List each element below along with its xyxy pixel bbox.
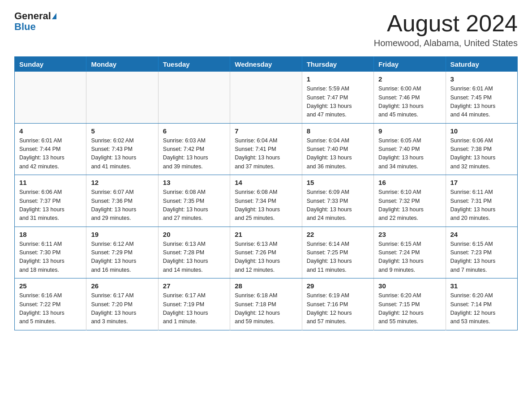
column-header-monday: Monday: [86, 57, 158, 72]
calendar-cell: [230, 72, 302, 123]
calendar-cell: 29Sunrise: 6:19 AM Sunset: 7:16 PM Dayli…: [302, 278, 373, 330]
day-number: 1: [307, 75, 369, 83]
calendar-cell: 6Sunrise: 6:03 AM Sunset: 7:42 PM Daylig…: [158, 123, 230, 175]
day-number: 21: [235, 231, 297, 238]
day-number: 15: [307, 179, 369, 186]
day-number: 9: [378, 127, 441, 135]
day-info: Sunrise: 6:12 AM Sunset: 7:29 PM Dayligh…: [91, 240, 153, 275]
day-number: 24: [450, 231, 513, 238]
logo-blue-text: Blue: [14, 21, 36, 32]
calendar-cell: 17Sunrise: 6:11 AM Sunset: 7:31 PM Dayli…: [446, 175, 517, 227]
day-info: Sunrise: 6:15 AM Sunset: 7:23 PM Dayligh…: [450, 240, 513, 275]
day-number: 4: [19, 127, 82, 135]
day-info: Sunrise: 6:01 AM Sunset: 7:45 PM Dayligh…: [450, 85, 513, 120]
day-number: 14: [235, 179, 297, 186]
day-info: Sunrise: 6:15 AM Sunset: 7:24 PM Dayligh…: [378, 240, 441, 275]
day-info: Sunrise: 6:08 AM Sunset: 7:35 PM Dayligh…: [163, 188, 225, 223]
calendar-week-row: 11Sunrise: 6:06 AM Sunset: 7:37 PM Dayli…: [15, 175, 518, 227]
day-number: 13: [163, 179, 225, 186]
calendar-cell: 22Sunrise: 6:14 AM Sunset: 7:25 PM Dayli…: [302, 227, 373, 278]
column-header-thursday: Thursday: [302, 57, 373, 72]
day-number: 22: [307, 231, 369, 238]
calendar-cell: 23Sunrise: 6:15 AM Sunset: 7:24 PM Dayli…: [374, 227, 446, 278]
day-info: Sunrise: 5:59 AM Sunset: 7:47 PM Dayligh…: [307, 85, 369, 120]
calendar-cell: 9Sunrise: 6:05 AM Sunset: 7:40 PM Daylig…: [374, 123, 446, 175]
day-number: 6: [163, 127, 225, 135]
day-info: Sunrise: 6:13 AM Sunset: 7:28 PM Dayligh…: [163, 240, 225, 275]
calendar-cell: [86, 72, 158, 123]
day-info: Sunrise: 6:06 AM Sunset: 7:37 PM Dayligh…: [19, 188, 82, 223]
calendar-cell: 21Sunrise: 6:13 AM Sunset: 7:26 PM Dayli…: [230, 227, 302, 278]
day-info: Sunrise: 6:10 AM Sunset: 7:32 PM Dayligh…: [378, 188, 441, 223]
calendar-cell: [158, 72, 230, 123]
day-number: 30: [378, 282, 441, 290]
day-number: 10: [450, 127, 513, 135]
day-info: Sunrise: 6:11 AM Sunset: 7:31 PM Dayligh…: [450, 188, 513, 223]
calendar-cell: 11Sunrise: 6:06 AM Sunset: 7:37 PM Dayli…: [15, 175, 86, 227]
column-header-saturday: Saturday: [446, 57, 517, 72]
day-info: Sunrise: 6:05 AM Sunset: 7:40 PM Dayligh…: [378, 137, 441, 171]
calendar-cell: 1Sunrise: 5:59 AM Sunset: 7:47 PM Daylig…: [302, 72, 373, 123]
page-title: August 2024: [374, 11, 518, 36]
day-info: Sunrise: 6:04 AM Sunset: 7:40 PM Dayligh…: [307, 137, 369, 171]
logo-general-text: General: [14, 11, 51, 21]
logo: General Blue: [14, 11, 56, 32]
column-header-sunday: Sunday: [15, 57, 86, 72]
day-info: Sunrise: 6:01 AM Sunset: 7:44 PM Dayligh…: [19, 137, 82, 171]
calendar-cell: 12Sunrise: 6:07 AM Sunset: 7:36 PM Dayli…: [86, 175, 158, 227]
day-number: 31: [450, 282, 513, 290]
day-number: 3: [450, 75, 513, 83]
day-number: 8: [307, 127, 369, 135]
day-info: Sunrise: 6:03 AM Sunset: 7:42 PM Dayligh…: [163, 137, 225, 171]
calendar-cell: 4Sunrise: 6:01 AM Sunset: 7:44 PM Daylig…: [15, 123, 86, 175]
day-number: 2: [378, 75, 441, 83]
calendar-cell: 31Sunrise: 6:20 AM Sunset: 7:14 PM Dayli…: [446, 278, 517, 330]
day-info: Sunrise: 6:04 AM Sunset: 7:41 PM Dayligh…: [235, 137, 297, 171]
day-info: Sunrise: 6:06 AM Sunset: 7:38 PM Dayligh…: [450, 137, 513, 171]
day-info: Sunrise: 6:19 AM Sunset: 7:16 PM Dayligh…: [307, 291, 369, 326]
calendar-cell: 10Sunrise: 6:06 AM Sunset: 7:38 PM Dayli…: [446, 123, 517, 175]
calendar-table: SundayMondayTuesdayWednesdayThursdayFrid…: [14, 56, 518, 330]
column-header-friday: Friday: [374, 57, 446, 72]
day-number: 18: [19, 231, 82, 238]
day-info: Sunrise: 6:09 AM Sunset: 7:33 PM Dayligh…: [307, 188, 369, 223]
day-number: 11: [19, 179, 82, 186]
day-info: Sunrise: 6:18 AM Sunset: 7:18 PM Dayligh…: [235, 291, 297, 326]
day-info: Sunrise: 6:02 AM Sunset: 7:43 PM Dayligh…: [91, 137, 153, 171]
day-number: 23: [378, 231, 441, 238]
calendar-cell: 30Sunrise: 6:20 AM Sunset: 7:15 PM Dayli…: [374, 278, 446, 330]
day-info: Sunrise: 6:16 AM Sunset: 7:22 PM Dayligh…: [19, 291, 82, 326]
calendar-cell: 7Sunrise: 6:04 AM Sunset: 7:41 PM Daylig…: [230, 123, 302, 175]
day-number: 27: [163, 282, 225, 290]
day-number: 28: [235, 282, 297, 290]
calendar-week-row: 4Sunrise: 6:01 AM Sunset: 7:44 PM Daylig…: [15, 123, 518, 175]
day-number: 26: [91, 282, 153, 290]
calendar-cell: 18Sunrise: 6:11 AM Sunset: 7:30 PM Dayli…: [15, 227, 86, 278]
calendar-week-row: 25Sunrise: 6:16 AM Sunset: 7:22 PM Dayli…: [15, 278, 518, 330]
day-info: Sunrise: 6:13 AM Sunset: 7:26 PM Dayligh…: [235, 240, 297, 275]
day-number: 16: [378, 179, 441, 186]
calendar-cell: 26Sunrise: 6:17 AM Sunset: 7:20 PM Dayli…: [86, 278, 158, 330]
day-info: Sunrise: 6:20 AM Sunset: 7:15 PM Dayligh…: [378, 291, 441, 326]
day-info: Sunrise: 6:00 AM Sunset: 7:46 PM Dayligh…: [378, 85, 441, 120]
calendar-cell: 15Sunrise: 6:09 AM Sunset: 7:33 PM Dayli…: [302, 175, 373, 227]
day-number: 20: [163, 231, 225, 238]
column-header-tuesday: Tuesday: [158, 57, 230, 72]
calendar-cell: 5Sunrise: 6:02 AM Sunset: 7:43 PM Daylig…: [86, 123, 158, 175]
calendar-cell: [15, 72, 86, 123]
subtitle: Homewood, Alabama, United States: [374, 38, 518, 48]
day-info: Sunrise: 6:11 AM Sunset: 7:30 PM Dayligh…: [19, 240, 82, 275]
calendar-cell: 2Sunrise: 6:00 AM Sunset: 7:46 PM Daylig…: [374, 72, 446, 123]
calendar-cell: 25Sunrise: 6:16 AM Sunset: 7:22 PM Dayli…: [15, 278, 86, 330]
calendar-cell: 28Sunrise: 6:18 AM Sunset: 7:18 PM Dayli…: [230, 278, 302, 330]
day-number: 7: [235, 127, 297, 135]
calendar-cell: 3Sunrise: 6:01 AM Sunset: 7:45 PM Daylig…: [446, 72, 517, 123]
calendar-week-row: 1Sunrise: 5:59 AM Sunset: 7:47 PM Daylig…: [15, 72, 518, 123]
day-info: Sunrise: 6:17 AM Sunset: 7:20 PM Dayligh…: [91, 291, 153, 326]
calendar-cell: 8Sunrise: 6:04 AM Sunset: 7:40 PM Daylig…: [302, 123, 373, 175]
day-number: 12: [91, 179, 153, 186]
calendar-cell: 16Sunrise: 6:10 AM Sunset: 7:32 PM Dayli…: [374, 175, 446, 227]
day-number: 25: [19, 282, 82, 290]
calendar-cell: 19Sunrise: 6:12 AM Sunset: 7:29 PM Dayli…: [86, 227, 158, 278]
day-number: 29: [307, 282, 369, 290]
